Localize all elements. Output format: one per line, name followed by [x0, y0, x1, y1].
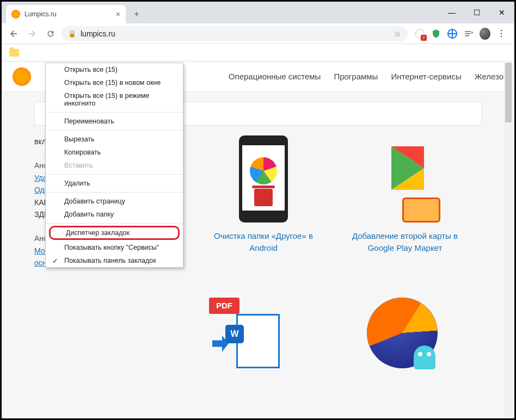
- nav-services[interactable]: Интернет-сервисы: [391, 72, 461, 81]
- menu-copy[interactable]: Копировать: [46, 146, 183, 159]
- article-card[interactable]: PDF W: [209, 298, 318, 381]
- pdf-badge: PDF: [209, 298, 239, 314]
- menu-open-all-new-window[interactable]: Открыть все (15) в новом окне: [46, 76, 183, 89]
- menu-open-all-incognito[interactable]: Открыть все (15) в режиме инкогнито: [46, 89, 183, 110]
- maximize-button[interactable]: ☐: [464, 2, 489, 23]
- menu-open-all[interactable]: Открыть все (15): [46, 63, 183, 76]
- profile-avatar[interactable]: [480, 28, 490, 39]
- menu-separator: [46, 130, 183, 131]
- site-nav: Операционные системы Программы Интернет-…: [229, 72, 503, 81]
- menu-separator: [46, 174, 183, 175]
- bookmark-star-icon[interactable]: ☆: [394, 29, 401, 38]
- minimize-button[interactable]: —: [439, 2, 464, 23]
- nav-programs[interactable]: Программы: [334, 72, 378, 81]
- page-scrollbar[interactable]: [504, 63, 513, 417]
- close-icon[interactable]: ×: [116, 10, 120, 18]
- card-title: Очистка папки «Другое» в Android: [209, 230, 318, 254]
- menu-rename[interactable]: Переименовать: [46, 115, 183, 128]
- site-logo[interactable]: [13, 67, 31, 86]
- nav-hardware[interactable]: Железо: [475, 72, 503, 81]
- extension-globe-icon[interactable]: [447, 28, 458, 39]
- url-text: lumpics.ru: [81, 29, 115, 38]
- reading-list-icon[interactable]: [463, 28, 474, 39]
- article-cards: Очистка папки «Другое» в Android Добавле…: [187, 135, 482, 281]
- window-titlebar: Lumpics.ru × + — ☐ ✕: [2, 2, 514, 23]
- window-controls: — ☐ ✕: [439, 2, 514, 23]
- scrollbar-thumb[interactable]: [505, 63, 512, 122]
- bookmarks-context-menu: Открыть все (15) Открыть все (15) в ново…: [45, 63, 183, 268]
- menu-delete[interactable]: Удалить: [46, 177, 183, 190]
- menu-add-folder[interactable]: Добавить папку: [46, 208, 183, 221]
- browser-tab[interactable]: Lumpics.ru ×: [6, 5, 126, 23]
- forward-button: [24, 26, 40, 41]
- folder-icon[interactable]: [9, 49, 19, 57]
- chrome-menu-button[interactable]: ⋮: [496, 28, 507, 39]
- menu-paste: Вставить: [46, 159, 183, 172]
- menu-separator: [46, 192, 183, 193]
- card-image: [370, 135, 440, 223]
- card-image: [367, 298, 443, 374]
- browser-toolbar: 🔒 lumpics.ru ☆ ⋮: [2, 23, 514, 44]
- lock-icon: 🔒: [68, 30, 76, 38]
- menu-show-apps-button[interactable]: Показывать кнопку "Сервисы": [46, 241, 183, 254]
- menu-separator: [46, 112, 183, 113]
- reload-button[interactable]: [43, 26, 58, 41]
- address-bar[interactable]: 🔒 lumpics.ru ☆: [62, 26, 408, 41]
- new-tab-button[interactable]: +: [129, 7, 144, 22]
- menu-add-page[interactable]: Добавить страницу: [46, 195, 183, 208]
- menu-bookmark-manager[interactable]: Диспетчер закладок: [49, 226, 180, 240]
- close-window-button[interactable]: ✕: [489, 2, 514, 23]
- extensions-area: ⋮: [411, 28, 510, 39]
- nav-os[interactable]: Операционные системы: [229, 72, 321, 81]
- tab-favicon: [11, 10, 20, 18]
- extension-yandex-icon[interactable]: [414, 28, 425, 39]
- article-card[interactable]: Очистка папки «Другое» в Android: [209, 135, 318, 281]
- article-cards-row2: PDF W: [2, 298, 514, 381]
- back-button[interactable]: [6, 26, 21, 41]
- bookmarks-bar[interactable]: [2, 44, 514, 61]
- article-card[interactable]: Добавление второй карты в Google Play Ма…: [351, 135, 459, 281]
- menu-show-bookmarks-bar[interactable]: Показывать панель закладок: [46, 254, 183, 267]
- menu-separator: [46, 223, 183, 224]
- card-image: [228, 135, 299, 223]
- menu-cut[interactable]: Вырезать: [46, 133, 183, 146]
- tab-title: Lumpics.ru: [24, 10, 112, 18]
- word-badge: W: [225, 325, 244, 343]
- card-image: PDF W: [209, 298, 291, 374]
- extension-shield-icon[interactable]: [431, 28, 441, 39]
- card-title: Добавление второй карты в Google Play Ма…: [351, 230, 459, 254]
- article-card[interactable]: [351, 298, 459, 381]
